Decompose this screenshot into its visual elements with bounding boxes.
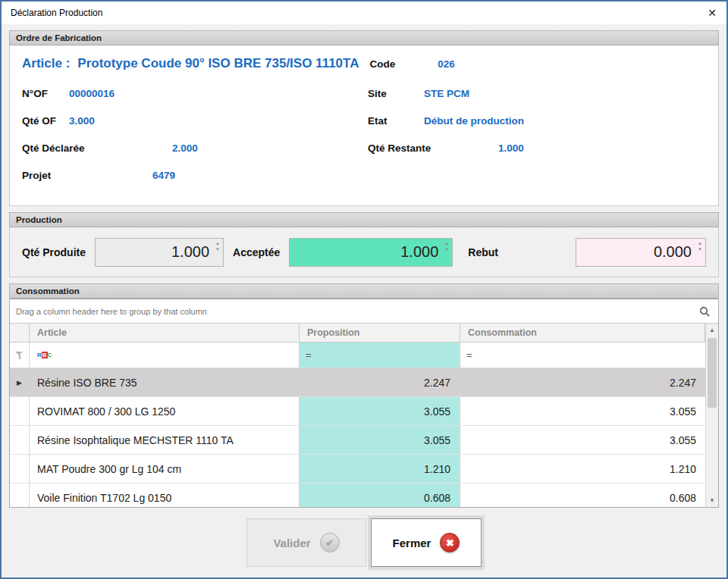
consommation-grid: Drag a column header here to group by th… [9, 299, 719, 508]
qte-restante-label: Qté Restante [368, 142, 498, 154]
nof-label: N°OF [22, 88, 69, 99]
nof-value: 00000016 [69, 88, 115, 99]
article-value: Prototype Coude 90° ISO BRE 735/ISO 1110… [77, 56, 359, 71]
scrollbar-track[interactable] [706, 336, 718, 494]
filter-cell-consommation[interactable]: = [460, 343, 705, 368]
column-header-consommation[interactable]: Consommation [460, 324, 705, 342]
close-icon[interactable]: ✕ [701, 3, 723, 23]
dialog-content: Ordre de Fabrication Article : Prototype… [2, 24, 726, 577]
table-row[interactable]: ROVIMAT 800 / 300 LG 1250 3.055 3.055 [10, 397, 705, 426]
row-indicator [10, 455, 30, 483]
column-header-row: Article Proposition Consommation [10, 324, 705, 343]
section-header-production: Production [9, 212, 719, 227]
abc-filter-icon: RBC [37, 352, 52, 359]
production-section: Production Qté Produite 1.000 ▲ ▼ Accept… [9, 212, 719, 277]
cell-consommation[interactable]: 3.055 [460, 426, 705, 454]
cell-article[interactable]: Résine ISO BRE 735 [30, 368, 300, 396]
code-value: 026 [438, 58, 455, 70]
group-by-panel[interactable]: Drag a column header here to group by th… [10, 299, 718, 324]
rebut-input[interactable]: 0.000 ▲ ▼ [576, 238, 706, 267]
search-icon[interactable] [697, 304, 712, 319]
footer-bar: Valider ✔ Fermer ✖ [9, 508, 719, 577]
section-header-ordre-fabrication: Ordre de Fabrication [9, 30, 719, 45]
table-row[interactable]: Résine Isophtalique MECHSTER 1110 TA 3.0… [10, 426, 705, 455]
qte-declaree-label: Qté Déclarée [22, 142, 172, 154]
valider-button[interactable]: Valider ✔ [246, 518, 366, 567]
scroll-up-icon[interactable]: ▲ [706, 324, 718, 336]
section-title-ordre: Ordre de Fabrication [16, 33, 102, 42]
cell-proposition[interactable]: 0.608 [300, 484, 460, 507]
etat-value: Début de production [424, 115, 524, 127]
title-bar: Déclaration Production ✕ [2, 2, 726, 24]
qte-produite-label: Qté Produite [22, 246, 86, 258]
table-row[interactable]: MAT Poudre 300 gr Lg 104 cm 1.210 1.210 [10, 455, 705, 484]
column-header-proposition[interactable]: Proposition [300, 324, 460, 342]
qte-restante-pair: Qté Restante 1.000 [368, 142, 706, 154]
filter-operator: = [306, 349, 312, 361]
filter-cell-article[interactable]: RBC [30, 343, 300, 368]
cell-article[interactable]: MAT Poudre 300 gr Lg 104 cm [30, 455, 300, 483]
acceptee-spinner: ▲ ▼ [443, 241, 450, 252]
row-arrow-icon: ▶ [17, 379, 22, 387]
cell-proposition[interactable]: 3.055 [300, 397, 460, 425]
section-header-consommation: Consommation [9, 283, 719, 299]
row-indicator [10, 426, 30, 454]
spinner-up-icon[interactable]: ▲ [214, 241, 221, 246]
cell-article[interactable]: Résine Isophtalique MECHSTER 1110 TA [30, 426, 300, 454]
rebut-spinner: ▲ ▼ [696, 241, 704, 252]
table-row[interactable]: Voile Finition T1702 Lg 0150 0.608 0.608 [10, 484, 705, 507]
spinner-down-icon[interactable]: ▼ [214, 247, 221, 252]
cell-article[interactable]: Voile Finition T1702 Lg 0150 [30, 484, 300, 507]
cell-consommation[interactable]: 3.055 [460, 397, 705, 425]
cell-consommation[interactable]: 2.247 [460, 368, 705, 396]
cell-proposition[interactable]: 3.055 [300, 426, 460, 454]
qte-declaree-pair: Qté Déclarée 2.000 [22, 142, 360, 154]
header-gutter [10, 324, 30, 342]
projet-value: 6479 [152, 170, 175, 181]
production-panel: Qté Produite 1.000 ▲ ▼ Acceptée 1.000 ▲ … [9, 227, 719, 277]
row-indicator [10, 484, 30, 507]
group-by-text: Drag a column header here to group by th… [16, 307, 207, 316]
abc-letter-b: B [42, 352, 48, 358]
filter-cell-proposition[interactable]: = [300, 343, 460, 368]
cell-proposition[interactable]: 1.210 [300, 455, 460, 483]
consommation-section: Consommation Drag a column header here t… [9, 283, 719, 508]
window-title: Déclaration Production [11, 8, 102, 18]
qte-of-pair: Qté OF 3.000 [22, 115, 360, 127]
scroll-down-icon[interactable]: ▼ [706, 494, 718, 507]
cell-article[interactable]: ROVIMAT 800 / 300 LG 1250 [30, 397, 300, 425]
site-value: STE PCM [424, 88, 469, 99]
cell-consommation[interactable]: 0.608 [460, 484, 705, 507]
filter-funnel-icon [15, 352, 24, 359]
cell-proposition[interactable]: 2.247 [300, 368, 460, 396]
spinner-down-icon[interactable]: ▼ [443, 247, 450, 252]
filter-operator: = [466, 349, 472, 361]
declaration-production-dialog: Déclaration Production ✕ Ordre de Fabric… [0, 0, 728, 579]
etat-label: Etat [368, 115, 424, 127]
qte-declaree-value: 2.000 [172, 142, 198, 154]
fermer-button[interactable]: Fermer ✖ [371, 518, 482, 567]
spinner-up-icon[interactable]: ▲ [443, 241, 450, 246]
check-icon: ✔ [320, 533, 340, 552]
qte-of-value: 3.000 [69, 115, 95, 127]
acceptee-input[interactable]: 1.000 ▲ ▼ [289, 238, 453, 267]
spinner-down-icon[interactable]: ▼ [696, 247, 704, 252]
acceptee-value: 1.000 [400, 243, 438, 261]
auto-filter-row: RBC = = [10, 343, 705, 368]
etat-pair: Etat Début de production [368, 115, 706, 127]
ordre-fabrication-panel: Article : Prototype Coude 90° ISO BRE 73… [9, 45, 719, 206]
vertical-scrollbar[interactable]: ▲ ▼ [705, 324, 718, 507]
abc-letter-r: R [37, 352, 42, 358]
qte-produite-input[interactable]: 1.000 ▲ ▼ [95, 238, 224, 267]
section-title-production: Production [16, 215, 62, 224]
scrollbar-thumb[interactable] [708, 338, 717, 408]
qte-of-label: Qté OF [22, 115, 69, 127]
section-title-consommation: Consommation [16, 286, 80, 296]
column-header-article[interactable]: Article [30, 324, 300, 342]
cell-consommation[interactable]: 1.210 [460, 455, 705, 483]
abc-letter-c: C [48, 352, 52, 358]
qte-restante-value: 1.000 [498, 142, 524, 154]
table-row[interactable]: ▶ Résine ISO BRE 735 2.247 2.247 [10, 368, 705, 397]
filter-gutter [10, 343, 30, 368]
spinner-up-icon[interactable]: ▲ [696, 241, 704, 246]
